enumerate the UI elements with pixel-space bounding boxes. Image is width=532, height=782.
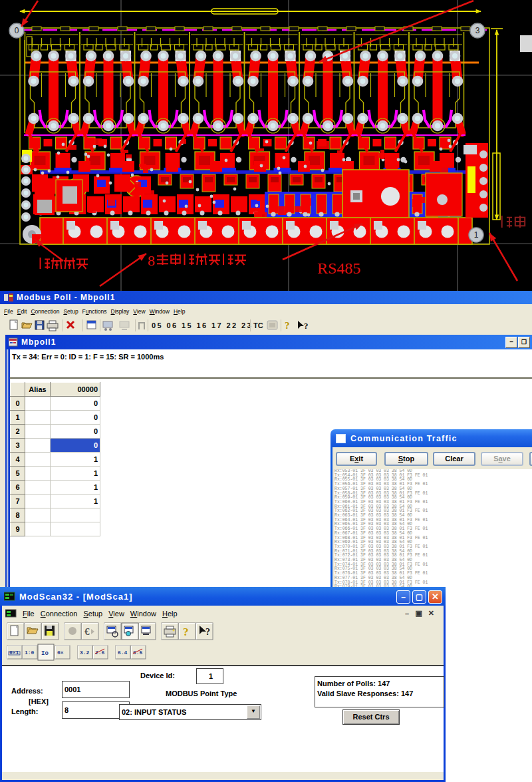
svg-text:TC: TC — [253, 321, 263, 329]
svg-text:3.2: 3.2 — [80, 650, 90, 656]
svg-text:1:0: 1:0 — [25, 650, 35, 656]
svg-text:?: ? — [183, 626, 189, 638]
svg-text:0×: 0× — [57, 650, 64, 656]
svg-text:?: ? — [285, 320, 290, 331]
svg-text:Io: Io — [41, 650, 49, 657]
svg-text:1: 1 — [474, 230, 479, 240]
svg-text:€: € — [84, 626, 90, 637]
svg-text:0: 0 — [15, 26, 19, 35]
svg-text:8: 8 — [148, 252, 155, 269]
svg-text:6.4: 6.4 — [118, 650, 128, 656]
svg-text:?: ? — [205, 627, 210, 637]
svg-text:05 06 15 16 17 22 23: 05 06 15 16 17 22 23 — [152, 321, 253, 329]
svg-text:RS485: RS485 — [317, 260, 360, 277]
svg-text:3: 3 — [475, 26, 480, 35]
svg-text:?: ? — [304, 321, 309, 331]
